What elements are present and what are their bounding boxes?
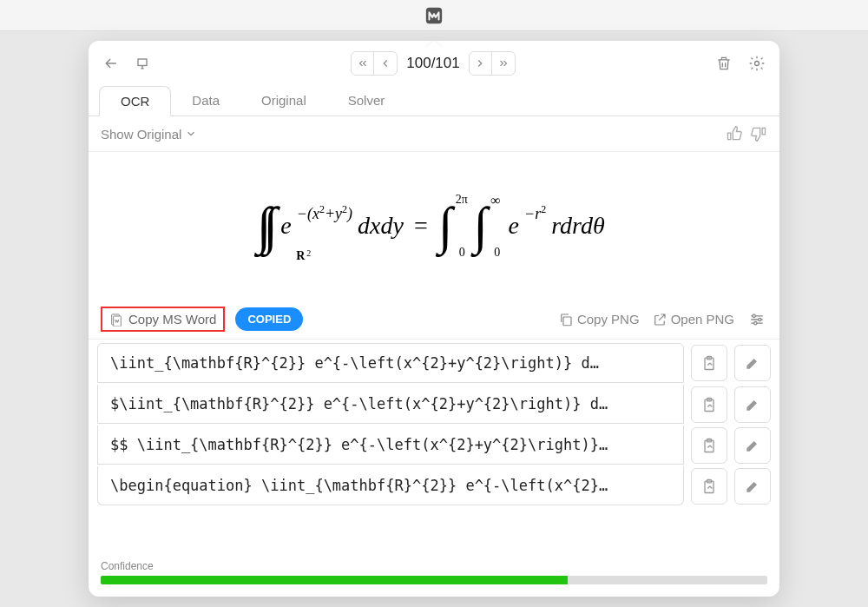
copy-png-button[interactable]: Copy PNG xyxy=(558,312,640,327)
copy-code-button[interactable] xyxy=(691,345,727,381)
confidence-track xyxy=(101,576,767,584)
edit-icon xyxy=(744,396,761,413)
toolbar: 100/101 xyxy=(89,41,779,81)
svg-point-8 xyxy=(754,321,757,324)
first-page-button[interactable] xyxy=(352,52,374,75)
clipboard-icon xyxy=(700,396,718,413)
edit-code-button[interactable] xyxy=(734,386,771,423)
copy-icon xyxy=(558,312,574,327)
feedback-thumbs xyxy=(726,125,767,142)
copy-ms-word-label: Copy MS Word xyxy=(128,312,216,327)
macos-menubar xyxy=(0,0,868,31)
external-link-icon xyxy=(652,312,667,327)
show-original-label: Show Original xyxy=(101,127,181,142)
code-text[interactable]: $$ \iint_{\mathbf{R}^{2}} e^{-\left(x^{2… xyxy=(97,426,684,465)
edit-icon xyxy=(744,478,761,495)
copy-png-label: Copy PNG xyxy=(577,312,640,327)
edit-icon xyxy=(744,354,761,372)
thumbs-up-icon[interactable] xyxy=(726,125,743,142)
copy-ms-word-button[interactable]: Copy MS Word xyxy=(101,307,225,332)
nav-first-prev xyxy=(351,51,398,76)
chevron-right-icon xyxy=(474,57,486,69)
svg-point-2 xyxy=(755,62,760,66)
page-counter: 100/101 xyxy=(406,55,459,72)
crop-icon xyxy=(134,55,151,72)
thumbs-down-icon[interactable] xyxy=(750,125,767,142)
clipboard-icon xyxy=(700,437,718,454)
copy-code-button[interactable] xyxy=(691,468,727,505)
delete-button[interactable] xyxy=(713,53,734,74)
code-text[interactable]: \iint_{\mathbf{R}^{2}} e^{-\left(x^{2}+y… xyxy=(97,343,684,383)
main-popup: 100/101 OCR Data Original Solver xyxy=(89,41,779,597)
svg-point-7 xyxy=(759,318,761,320)
edit-code-button[interactable] xyxy=(734,468,771,505)
copied-badge: COPIED xyxy=(235,307,303,331)
chevron-left-icon xyxy=(379,57,391,69)
sliders-icon xyxy=(748,311,766,328)
chevrons-right-icon xyxy=(497,57,510,69)
subbar: Show Original xyxy=(89,116,779,152)
rendered-formula: ∫∫ R 2 e −(x2+y2) dxdy = ∫ 2π 0 ∫ ∞ 0 xyxy=(263,196,604,256)
code-text[interactable]: \begin{equation} \iint_{\mathbf{R}^{2}} … xyxy=(97,466,684,505)
copy-code-button[interactable] xyxy=(691,427,727,464)
edit-code-button[interactable] xyxy=(734,427,771,464)
confidence-label: Confidence xyxy=(101,560,767,572)
arrow-left-icon xyxy=(102,55,120,72)
edit-icon xyxy=(744,437,761,454)
open-png-label: Open PNG xyxy=(671,312,734,327)
svg-point-6 xyxy=(753,314,755,317)
code-list: \iint_{\mathbf{R}^{2}} e^{-\left(x^{2}+y… xyxy=(89,340,779,555)
actions-bar: Copy MS Word COPIED Copy PNG Open PNG xyxy=(89,300,779,340)
code-text[interactable]: $\iint_{\mathbf{R}^{2}} e^{-\left(x^{2}+… xyxy=(97,385,684,424)
prev-page-button[interactable] xyxy=(374,52,397,75)
next-page-button[interactable] xyxy=(470,52,492,75)
code-row: \iint_{\mathbf{R}^{2}} e^{-\left(x^{2}+y… xyxy=(97,343,771,383)
open-png-button[interactable]: Open PNG xyxy=(652,312,734,327)
tab-ocr[interactable]: OCR xyxy=(99,86,171,116)
clipboard-icon xyxy=(700,354,718,372)
code-row: \begin{equation} \iint_{\mathbf{R}^{2}} … xyxy=(97,466,771,505)
app-logo-icon xyxy=(424,6,444,25)
gear-icon xyxy=(748,55,766,72)
tab-original[interactable]: Original xyxy=(240,86,327,115)
code-row: $$ \iint_{\mathbf{R}^{2}} e^{-\left(x^{2… xyxy=(97,426,771,465)
content-area: Show Original ∫∫ R 2 e −(x2+y2) dxdy = xyxy=(89,116,779,597)
chevrons-left-icon xyxy=(357,57,369,69)
svg-rect-5 xyxy=(563,317,571,326)
code-row: $\iint_{\mathbf{R}^{2}} e^{-\left(x^{2}+… xyxy=(97,385,771,424)
tab-data[interactable]: Data xyxy=(171,86,240,115)
format-settings-button[interactable] xyxy=(746,309,767,330)
settings-button[interactable] xyxy=(746,53,767,74)
chevron-down-icon xyxy=(185,128,197,140)
copy-code-button[interactable] xyxy=(691,386,727,423)
trash-icon xyxy=(715,55,733,72)
svg-rect-1 xyxy=(138,59,147,66)
clipboard-icon xyxy=(700,478,718,495)
nav-next-last xyxy=(469,51,516,76)
formula-render: ∫∫ R 2 e −(x2+y2) dxdy = ∫ 2π 0 ∫ ∞ 0 xyxy=(89,152,779,300)
word-doc-icon xyxy=(109,313,123,327)
tab-solver[interactable]: Solver xyxy=(327,86,406,115)
show-original-toggle[interactable]: Show Original xyxy=(101,127,197,142)
last-page-button[interactable] xyxy=(492,52,515,75)
edit-code-button[interactable] xyxy=(734,345,771,381)
crop-button[interactable] xyxy=(132,53,153,74)
confidence-section: Confidence xyxy=(89,555,779,597)
confidence-fill xyxy=(101,576,568,584)
back-button[interactable] xyxy=(101,53,122,74)
tabs: OCR Data Original Solver xyxy=(89,86,779,116)
